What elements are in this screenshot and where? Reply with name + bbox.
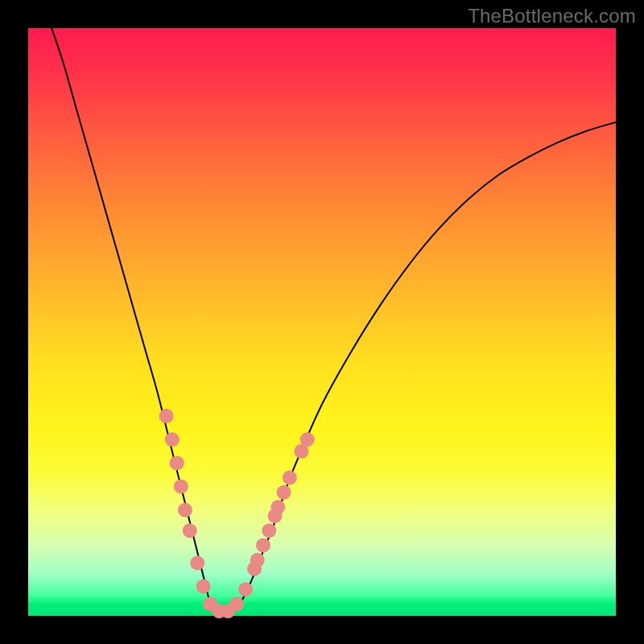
- curve-marker: [300, 432, 315, 447]
- curve-marker: [256, 538, 270, 552]
- curve-marker: [190, 555, 204, 570]
- curve-marker: [250, 553, 265, 568]
- curve-marker: [183, 523, 197, 538]
- curve-marker: [270, 500, 285, 514]
- curve-marker: [229, 597, 244, 611]
- curve-marker: [165, 432, 180, 447]
- bottleneck-curve: [52, 28, 616, 617]
- curve-marker: [178, 503, 192, 518]
- curve-marker: [238, 582, 253, 597]
- chart-svg: [0, 0, 644, 644]
- curve-marker: [283, 470, 297, 485]
- chart-frame: TheBottleneck.com: [0, 0, 644, 644]
- curve-marker: [174, 479, 188, 493]
- curve-marker: [170, 456, 184, 470]
- curve-marker: [196, 580, 211, 594]
- curve-marker: [277, 485, 291, 500]
- bottleneck-curve-path: [52, 28, 616, 617]
- curve-marker: [262, 523, 276, 538]
- curve-marker: [159, 409, 174, 423]
- highlighted-points: [159, 409, 315, 618]
